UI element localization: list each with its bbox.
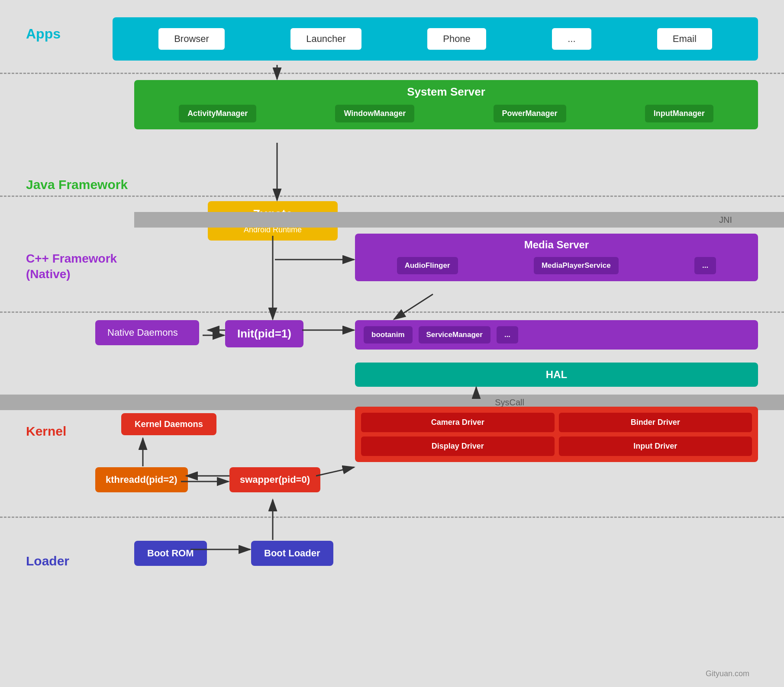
kernel-daemons-box: Kernel Daemons [121, 413, 216, 435]
ms-audio-flinger: AudioFlinger [397, 257, 458, 274]
dashed-line-4 [0, 517, 784, 518]
hal-box: HAL [355, 363, 758, 387]
jni-band: JNI [134, 212, 784, 228]
syscall-label: SysCall [495, 398, 524, 408]
apps-bar: Browser Launcher Phone ... Email [113, 17, 758, 61]
boot-loader-box: Boot Loader [251, 541, 333, 566]
apps-label: Apps [26, 26, 61, 42]
svc-ellipsis: ... [497, 326, 518, 344]
ms-ellipsis: ... [694, 257, 716, 274]
app-email: Email [657, 28, 712, 50]
watermark: Gityuan.com [706, 669, 749, 678]
system-server-items: ActivityManager WindowManager PowerManag… [134, 101, 758, 129]
svc-bootanim: bootanim [364, 326, 413, 344]
native-daemons-box: Native Daemons [95, 320, 199, 345]
app-launcher: Launcher [290, 28, 361, 50]
driver-input: Input Driver [559, 437, 752, 456]
system-server-box: System Server ActivityManager WindowMana… [134, 80, 758, 129]
cpp-label: C++ Framework(Native) [26, 251, 117, 283]
boot-rom-box: Boot ROM [134, 541, 207, 566]
kernel-label: Kernel [26, 424, 66, 439]
java-label: Java Framework [26, 177, 128, 192]
media-server-box: Media Server AudioFlinger MediaPlayerSer… [355, 234, 758, 281]
dashed-line-2 [0, 196, 784, 197]
media-server-title: Media Server [355, 234, 758, 254]
ss-input-manager: InputManager [645, 105, 713, 122]
media-server-items: AudioFlinger MediaPlayerService ... [355, 254, 758, 281]
app-browser: Browser [158, 28, 225, 50]
diagram: Apps Browser Launcher Phone ... Email Ja… [0, 0, 784, 687]
kthreadd-box: kthreadd(pid=2) [95, 467, 188, 492]
driver-display: Display Driver [361, 437, 555, 456]
init-box: Init(pid=1) [225, 320, 303, 347]
dashed-line-1 [0, 73, 784, 74]
app-ellipsis: ... [552, 28, 591, 50]
driver-binder: Binder Driver [559, 413, 752, 432]
svc-service-manager: ServiceManager [419, 326, 490, 344]
apps-layer: Apps Browser Launcher Phone ... Email [0, 9, 784, 65]
ss-window-manager: WindowManager [335, 105, 414, 122]
ms-mediaplayer: MediaPlayerService [534, 257, 619, 274]
ss-power-manager: PowerManager [494, 105, 566, 122]
system-server-title: System Server [134, 80, 758, 101]
dashed-line-3 [0, 311, 784, 313]
init-services-box: bootanim ServiceManager ... [355, 320, 758, 350]
app-phone: Phone [427, 28, 486, 50]
jni-label: JNI [719, 215, 732, 225]
arrow-swapper-to-drivers [316, 467, 354, 476]
driver-camera: Camera Driver [361, 413, 555, 432]
swapper-box: swapper(pid=0) [229, 467, 320, 492]
loader-label: Loader [26, 554, 69, 568]
drivers-box: Camera Driver Binder Driver Display Driv… [355, 407, 758, 462]
arrow-media-down [394, 294, 433, 319]
ss-activity-manager: ActivityManager [179, 105, 256, 122]
